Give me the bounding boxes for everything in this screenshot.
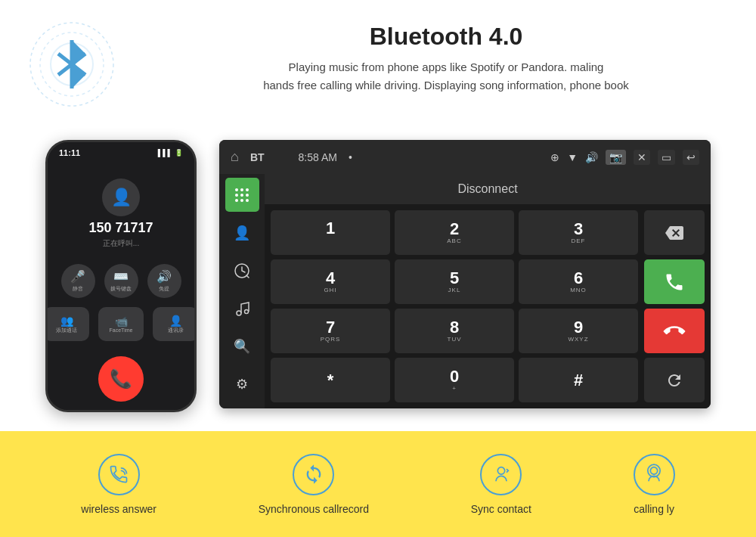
calling-status: 正在呼叫... — [103, 238, 139, 249]
add-call-btn[interactable]: 👥 添加通话 — [48, 307, 89, 341]
description-line2: hands free calling while driving. Displa… — [136, 76, 756, 95]
top-section: Bluetooth 4.0 Playing music from phone a… — [0, 0, 756, 431]
phone-time: 11:11 — [59, 148, 80, 157]
calling-label: calling ly — [634, 503, 674, 515]
bottom-section: wireless answer Synchronous callrecord S… — [0, 431, 756, 537]
sync-contact-label: Sync contact — [471, 503, 531, 515]
feature-calling: calling ly — [634, 454, 675, 515]
svg-point-20 — [497, 467, 504, 474]
mute-btn[interactable]: 🎤 静音 — [61, 264, 95, 298]
bt-label: BT — [250, 151, 265, 163]
svg-point-10 — [246, 188, 249, 191]
back-icon[interactable]: ↩ — [683, 150, 699, 165]
svg-point-19 — [245, 309, 249, 313]
dial-btn-1[interactable]: 1 — [271, 210, 390, 255]
dial-btn-0[interactable]: 0 + — [395, 358, 514, 402]
call-red-btn[interactable] — [644, 309, 705, 353]
page-title: Bluetooth 4.0 — [136, 23, 756, 51]
car-sidebar: 👤 🔍 ⚙ — [219, 174, 265, 408]
bluetooth-area — [23, 15, 121, 113]
dial-btn-4[interactable]: 4 GHI — [271, 259, 390, 304]
sidebar-dialpad-btn[interactable] — [225, 178, 259, 212]
end-call-btn[interactable]: 📞 — [98, 356, 144, 402]
call-green-btn[interactable] — [644, 259, 705, 304]
home-icon[interactable]: ⌂ — [231, 149, 239, 165]
dial-btn-7[interactable]: 7 PQRS — [271, 309, 390, 353]
sidebar-music-btn[interactable] — [225, 291, 259, 325]
svg-point-8 — [235, 188, 238, 191]
dial-btn-6[interactable]: 6 MNO — [519, 259, 638, 304]
sidebar-recents-btn[interactable] — [225, 253, 259, 287]
car-status-icons: ⊕ ▼ 🔊 📷 ✕ ▭ ↩ — [550, 150, 699, 165]
svg-point-16 — [246, 199, 249, 202]
svg-point-9 — [240, 188, 243, 191]
svg-point-22 — [648, 464, 660, 476]
caller-number: 150 71717 — [88, 220, 153, 236]
camera-icon[interactable]: 📷 — [606, 150, 626, 165]
wifi-icon: ▼ — [567, 151, 578, 163]
car-header: ⌂ BT 8:58 AM • ⊕ ▼ 🔊 📷 ✕ ▭ ↩ — [219, 140, 711, 174]
dialpad-actions — [644, 210, 705, 402]
svg-point-21 — [650, 467, 657, 474]
disconnect-bar: Disconnect — [265, 174, 711, 204]
feature-wireless-answer: wireless answer — [81, 454, 156, 515]
refresh-btn[interactable] — [644, 358, 705, 402]
calling-icon — [634, 454, 675, 495]
car-main: Disconnect 1 2 ABC 3 — [265, 174, 711, 408]
car-display: ⌂ BT 8:58 AM • ⊕ ▼ 🔊 📷 ✕ ▭ ↩ — [219, 140, 711, 408]
sync-callrecord-label: Synchronous callrecord — [259, 503, 369, 515]
sidebar-contacts-btn[interactable]: 👤 — [225, 216, 259, 250]
dial-btn-star[interactable]: * — [271, 358, 390, 402]
dial-btn-9[interactable]: 9 WXYZ — [519, 309, 638, 353]
title-section: Bluetooth 4.0 Playing music from phone a… — [136, 0, 756, 95]
dial-btn-8[interactable]: 8 TUV — [395, 309, 514, 353]
svg-point-13 — [246, 194, 249, 197]
disconnect-label: Disconnect — [457, 182, 517, 196]
dialpad-grid: 1 2 ABC 3 DEF 4 — [271, 210, 638, 402]
bluetooth-icon — [42, 34, 102, 95]
location-icon: ⊕ — [550, 151, 559, 163]
window-icon[interactable]: ▭ — [658, 150, 675, 165]
dial-btn-hash[interactable]: # — [519, 358, 638, 402]
dial-btn-2[interactable]: 2 ABC — [395, 210, 514, 255]
dial-btn-3[interactable]: 3 DEF — [519, 210, 638, 255]
sync-contact-icon — [480, 454, 522, 495]
wireless-answer-label: wireless answer — [81, 503, 156, 515]
close-icon[interactable]: ✕ — [634, 150, 650, 165]
svg-point-14 — [235, 199, 238, 202]
svg-point-15 — [240, 199, 243, 202]
keypad-btn[interactable]: ⌨️ 拨号键盘 — [104, 264, 138, 298]
backspace-btn[interactable] — [644, 210, 705, 255]
svg-point-12 — [240, 194, 243, 197]
phone-mockup: 11:11 ▌▌▌ 🔋 👤 150 71717 正在呼叫... 🎤 静音 — [45, 140, 197, 412]
facetime-btn[interactable]: 📹 FaceTime — [98, 307, 144, 341]
svg-point-11 — [235, 194, 238, 197]
speaker-btn[interactable]: 🔊 免提 — [147, 264, 181, 298]
contacts-btn[interactable]: 👤 通讯录 — [153, 307, 194, 341]
phone-status-icons: ▌▌▌ 🔋 — [158, 149, 183, 157]
feature-sync-contact: Sync contact — [471, 454, 531, 515]
car-time: 8:58 AM — [299, 151, 337, 163]
description-line1: Playing music from phone apps like Spoti… — [136, 58, 756, 76]
dial-btn-5[interactable]: 5 JKL — [395, 259, 514, 304]
sync-callrecord-icon — [293, 454, 334, 495]
wireless-answer-icon — [98, 454, 140, 495]
sidebar-search-btn[interactable]: 🔍 — [225, 329, 259, 363]
svg-point-18 — [237, 311, 241, 315]
sidebar-settings-btn[interactable]: ⚙ — [225, 367, 259, 401]
volume-icon: 🔊 — [585, 151, 598, 163]
feature-sync-callrecord: Synchronous callrecord — [259, 454, 369, 515]
